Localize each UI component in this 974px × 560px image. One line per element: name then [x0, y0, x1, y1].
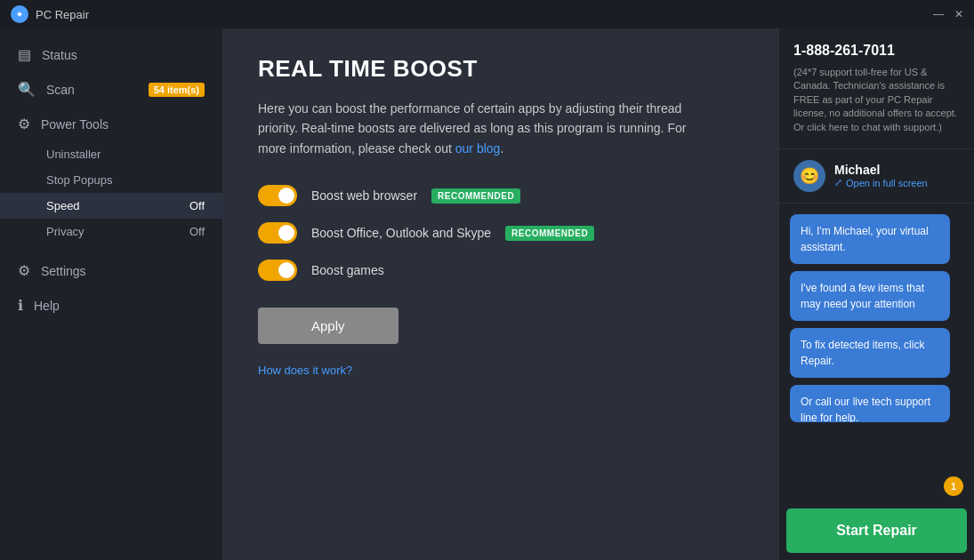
phone-number: 1-888-261-7011: [793, 43, 960, 59]
toggle-games[interactable]: [258, 260, 297, 281]
sidebar-sub-speed[interactable]: Speed Off: [0, 193, 222, 219]
toggle-label-browser: Boost web browser: [311, 188, 417, 203]
close-button[interactable]: ✕: [954, 8, 963, 20]
sidebar: ▤ Status 🔍 Scan 54 item(s) ⚙ Power Tools…: [0, 28, 222, 560]
privacy-badge-off: Off: [189, 225, 205, 238]
sidebar-item-label-settings: Settings: [41, 264, 86, 278]
status-icon: ▤: [18, 46, 31, 63]
sidebar-item-scan[interactable]: 🔍 Scan 54 item(s): [0, 72, 222, 107]
sidebar-sub-stop-popups[interactable]: Stop Popups: [0, 167, 222, 193]
power-tools-icon: ⚙: [18, 116, 30, 132]
app-icon: [11, 5, 28, 23]
toggle-browser[interactable]: [258, 185, 297, 206]
sidebar-sub-privacy[interactable]: Privacy Off: [0, 219, 222, 244]
settings-icon: ⚙: [18, 262, 30, 279]
sidebar-item-label-help: Help: [34, 299, 60, 313]
start-repair-button[interactable]: Start Repair: [786, 508, 967, 553]
sidebar-item-help[interactable]: ℹ Help: [0, 288, 222, 323]
main-layout: ▤ Status 🔍 Scan 54 item(s) ⚙ Power Tools…: [0, 28, 974, 560]
titlebar-controls: — ✕: [933, 8, 963, 20]
chat-area: Hi, I'm Michael, your virtual assistant.…: [779, 204, 974, 473]
chat-bubble-1: I've found a few items that may need you…: [790, 271, 950, 321]
right-panel: 1-888-261-7011 (24*7 support toll-free f…: [778, 28, 974, 560]
speed-label: Speed: [46, 199, 80, 212]
toggle-item-browser: Boost web browser RECOMMENDED: [258, 185, 743, 206]
uninstaller-label: Uninstaller: [46, 148, 101, 161]
toggle-office[interactable]: [258, 222, 297, 244]
main-content: REAL TIME BOOST Here you can boost the p…: [222, 28, 778, 560]
help-icon: ℹ: [18, 297, 23, 314]
page-title: REAL TIME BOOST: [258, 55, 743, 83]
toggle-item-office: Boost Office, Outlook and Skype RECOMMEN…: [258, 222, 743, 244]
toggle-list: Boost web browser RECOMMENDED Boost Offi…: [258, 185, 743, 281]
sidebar-item-label-status: Status: [42, 48, 77, 62]
stop-popups-label: Stop Popups: [46, 173, 112, 187]
agent-header: 😊 Michael ⤢ Open in full screen: [779, 149, 974, 204]
minimize-button[interactable]: —: [933, 8, 944, 20]
notification-area: 1: [779, 473, 974, 501]
apply-button[interactable]: Apply: [258, 308, 398, 344]
recommended-badge-office: RECOMMENDED: [505, 226, 594, 241]
support-text: (24*7 support toll-free for US & Canada.…: [793, 66, 960, 134]
support-header: 1-888-261-7011 (24*7 support toll-free f…: [779, 28, 974, 149]
sidebar-item-label-scan: Scan: [46, 83, 75, 97]
speed-badge-off: Off: [189, 199, 205, 212]
recommended-badge-browser: RECOMMENDED: [431, 188, 520, 204]
chat-bubble-0: Hi, I'm Michael, your virtual assistant.: [790, 214, 950, 264]
sidebar-item-power-tools[interactable]: ⚙ Power Tools: [0, 107, 222, 141]
agent-name: Michael: [834, 163, 928, 177]
titlebar: PC Repair — ✕: [0, 0, 974, 28]
scan-badge: 54 item(s): [149, 83, 205, 97]
sidebar-sub-uninstaller[interactable]: Uninstaller: [0, 141, 222, 167]
scan-icon: 🔍: [18, 81, 36, 98]
sidebar-item-status[interactable]: ▤ Status: [0, 37, 222, 72]
sidebar-item-label-power-tools: Power Tools: [41, 117, 109, 132]
app-title: PC Repair: [36, 8, 89, 21]
agent-open-fullscreen[interactable]: ⤢ Open in full screen: [834, 177, 928, 188]
toggle-label-games: Boost games: [311, 263, 384, 277]
privacy-label: Privacy: [46, 225, 85, 238]
chat-bubble-3: Or call our live tech support line for h…: [790, 385, 950, 422]
titlebar-left: PC Repair: [11, 5, 89, 23]
sidebar-item-settings[interactable]: ⚙ Settings: [0, 253, 222, 288]
toggle-label-office: Boost Office, Outlook and Skype: [311, 226, 491, 240]
agent-info: Michael ⤢ Open in full screen: [834, 163, 928, 188]
notification-dot: 1: [944, 476, 963, 496]
toggle-item-games: Boost games: [258, 260, 743, 281]
blog-link[interactable]: our blog: [455, 141, 501, 156]
page-description: Here you can boost the performance of ce…: [258, 99, 703, 158]
how-it-works-link[interactable]: How does it work?: [258, 364, 352, 377]
chat-bubble-2: To fix detected items, click Repair.: [790, 328, 950, 378]
agent-avatar: 😊: [793, 160, 825, 192]
